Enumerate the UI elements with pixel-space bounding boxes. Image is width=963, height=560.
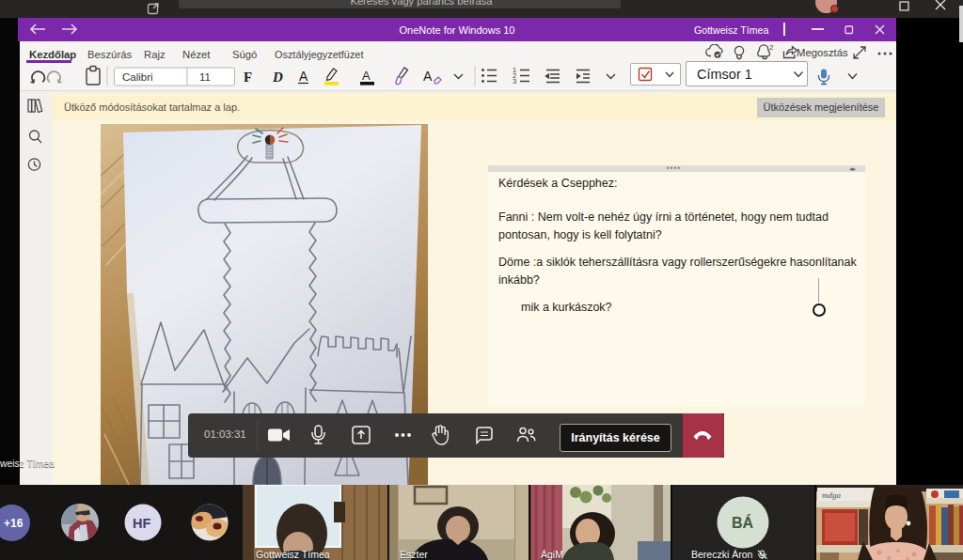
svg-text:A: A bbox=[299, 69, 308, 84]
svg-text:A: A bbox=[423, 69, 433, 84]
svg-text:D: D bbox=[272, 70, 283, 85]
svg-text:Calibri: Calibri bbox=[122, 71, 153, 83]
svg-text:mdga: mdga bbox=[822, 490, 841, 500]
svg-text:2: 2 bbox=[769, 44, 774, 52]
svg-text:BÁ: BÁ bbox=[732, 514, 754, 531]
svg-text:3: 3 bbox=[513, 77, 516, 86]
svg-text:11: 11 bbox=[199, 71, 211, 83]
svg-text:F: F bbox=[244, 70, 252, 85]
svg-text:HF: HF bbox=[133, 516, 150, 531]
svg-text:A: A bbox=[362, 69, 371, 83]
svg-text:+16: +16 bbox=[4, 517, 24, 530]
